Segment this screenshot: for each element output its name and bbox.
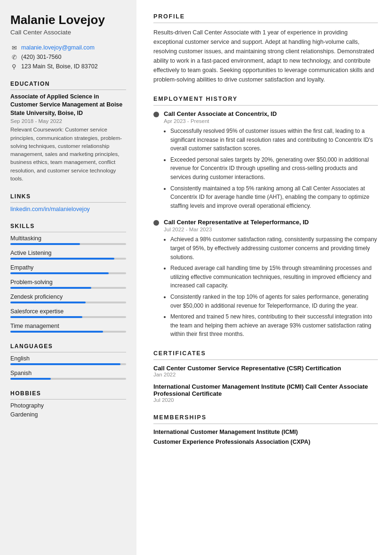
skill-label: Multitasking — [10, 235, 126, 242]
phone-contact: ✆ (420) 301-7560 — [10, 54, 126, 61]
phone-text: (420) 301-7560 — [21, 54, 61, 60]
skill-bar-bg — [10, 243, 126, 245]
skill-label: Time management — [10, 323, 126, 329]
languages-section-title: LANGUAGES — [10, 343, 126, 352]
skill-item: Problem-solving — [10, 279, 126, 289]
language-item: English — [10, 355, 126, 365]
language-bar-fill — [10, 378, 51, 380]
skill-label: Problem-solving — [10, 279, 126, 286]
cert-date: Jul 2020 — [153, 397, 378, 403]
job-bullet: Reduced average call handling time by 15… — [170, 264, 378, 290]
cert-date: Jan 2022 — [153, 372, 378, 377]
linkedin-link-container: linkedin.com/in/malanielovejoy — [10, 205, 126, 212]
membership-item: Customer Experience Professionals Associ… — [153, 439, 378, 445]
skill-bar-bg — [10, 287, 126, 289]
language-label: English — [10, 355, 126, 362]
job-header: Call Center Associate at Concentrix, ID — [153, 110, 378, 117]
membership-item: International Customer Management Instit… — [153, 429, 378, 435]
address-contact: ⚲ 123 Main St, Boise, ID 83702 — [10, 63, 126, 70]
hobby-item: Gardening — [10, 411, 126, 418]
job-bullet: Exceeded personal sales targets by 20%, … — [170, 155, 378, 182]
education-section-title: EDUCATION — [10, 81, 126, 90]
skills-list: Multitasking Active Listening Empathy Pr… — [10, 235, 126, 333]
skill-bar-bg — [10, 272, 126, 274]
skill-item: Zendesk proficiency — [10, 294, 126, 303]
skill-item: Time management — [10, 323, 126, 333]
job-dates: Apr 2023 - Present — [164, 118, 378, 124]
hobby-item: Photography — [10, 402, 126, 409]
email-icon: ✉ — [10, 44, 18, 51]
skill-bar-bg — [10, 302, 126, 303]
cert-entry: Call Center Customer Service Representat… — [153, 365, 378, 377]
linkedin-link[interactable]: linkedin.com/in/malanielovejoy — [10, 206, 90, 212]
education-coursework: Relevant Coursework: Customer service pr… — [10, 126, 126, 183]
language-bar-fill — [10, 363, 120, 365]
job-bullets-list: Achieved a 98% customer satisfaction rat… — [164, 235, 378, 339]
jobs-list: Call Center Associate at Concentrix, ID … — [153, 110, 378, 339]
profile-section-title: PROFILE — [153, 13, 378, 23]
skill-bar-fill — [10, 316, 82, 318]
job-bullet: Mentored and trained 5 new hires, contri… — [170, 312, 378, 339]
cert-name: Call Center Customer Service Representat… — [153, 365, 378, 372]
cert-name: International Customer Management Instit… — [153, 383, 378, 397]
memberships-list: International Customer Management Instit… — [153, 429, 378, 445]
skill-bar-bg — [10, 331, 126, 333]
hobbies-section-title: HOBBIES — [10, 390, 126, 400]
job-title: Call Center Representative at Teleperfor… — [164, 219, 309, 226]
cert-entry: International Customer Management Instit… — [153, 383, 378, 403]
job-dates: Jul 2022 - Mar 2023 — [164, 227, 378, 232]
candidate-name: Malanie Lovejoy — [10, 13, 126, 27]
links-section-title: LINKS — [10, 193, 126, 203]
main-content: PROFILE Results-driven Call Center Assoc… — [136, 0, 392, 555]
email-contact: ✉ malanie.lovejoy@gmail.com — [10, 44, 126, 51]
skill-item: Active Listening — [10, 250, 126, 260]
location-icon: ⚲ — [10, 63, 18, 70]
skill-bar-bg — [10, 316, 126, 318]
skill-item: Empathy — [10, 264, 126, 274]
memberships-section-title: MEMBERSHIPS — [153, 414, 378, 424]
language-label: Spanish — [10, 370, 126, 376]
job-bullet: Consistently ranked in the top 10% of ag… — [170, 293, 378, 310]
languages-list: English Spanish — [10, 355, 126, 380]
hobbies-list: PhotographyGardening — [10, 402, 126, 418]
language-bar-bg — [10, 378, 126, 380]
sidebar: Malanie Lovejoy Call Center Associate ✉ … — [0, 0, 136, 555]
skill-label: Empathy — [10, 264, 126, 271]
job-header: Call Center Representative at Teleperfor… — [153, 219, 378, 226]
job-entry: Call Center Associate at Concentrix, ID … — [153, 110, 378, 210]
candidate-title: Call Center Associate — [10, 29, 126, 36]
skill-bar-fill — [10, 331, 103, 333]
job-bullet: Consistently maintained a top 5% ranking… — [170, 184, 378, 211]
skill-bar-fill — [10, 258, 114, 260]
address-text: 123 Main St, Boise, ID 83702 — [21, 63, 98, 70]
language-item: Spanish — [10, 370, 126, 380]
certificates-section-title: CERTIFICATES — [153, 350, 378, 360]
skill-bar-fill — [10, 243, 80, 245]
job-bullet: Achieved a 98% customer satisfaction rat… — [170, 235, 378, 261]
education-degree: Associate of Applied Science in Customer… — [10, 93, 126, 118]
job-bullet: Successfully resolved 95% of customer is… — [170, 127, 378, 153]
employment-section-title: EMPLOYMENT HISTORY — [153, 96, 378, 106]
job-dot — [153, 112, 159, 117]
certs-list: Call Center Customer Service Representat… — [153, 365, 378, 403]
phone-icon: ✆ — [10, 54, 18, 61]
skills-section-title: SKILLS — [10, 223, 126, 232]
skill-bar-fill — [10, 302, 86, 303]
skill-bar-fill — [10, 272, 109, 274]
skill-label: Active Listening — [10, 250, 126, 256]
job-entry: Call Center Representative at Teleperfor… — [153, 219, 378, 339]
profile-text: Results-driven Call Center Associate wit… — [153, 28, 378, 84]
skill-label: Salesforce expertise — [10, 308, 126, 315]
education-dates: Sep 2018 - May 2022 — [10, 118, 126, 124]
job-title: Call Center Associate at Concentrix, ID — [164, 110, 277, 117]
skill-bar-fill — [10, 287, 91, 289]
job-bullets-list: Successfully resolved 95% of customer is… — [164, 127, 378, 210]
skill-bar-bg — [10, 258, 126, 260]
email-link[interactable]: malanie.lovejoy@gmail.com — [21, 44, 95, 51]
skill-label: Zendesk proficiency — [10, 294, 126, 300]
job-dot — [153, 220, 159, 226]
skill-item: Multitasking — [10, 235, 126, 245]
skill-item: Salesforce expertise — [10, 308, 126, 318]
language-bar-bg — [10, 363, 126, 365]
